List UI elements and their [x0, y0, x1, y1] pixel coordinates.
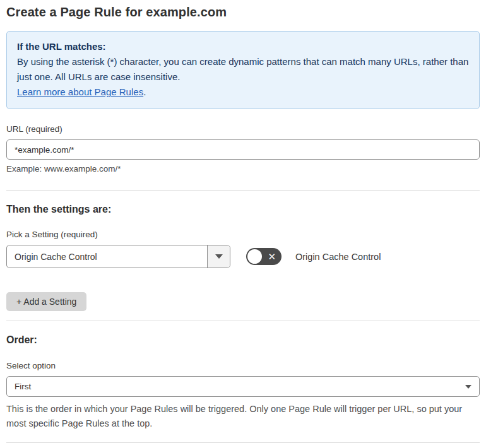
- order-section-heading: Order:: [6, 334, 480, 346]
- page-title: Create a Page Rule for example.com: [6, 5, 480, 20]
- url-match-info-box: If the URL matches: By using the asteris…: [6, 31, 480, 109]
- info-box-body: By using the asterisk (*) character, you…: [17, 54, 469, 85]
- chevron-down-icon: [465, 385, 471, 389]
- order-select-label: Select option: [6, 361, 480, 370]
- url-field-helper: Example: www.example.com/*: [6, 164, 480, 174]
- setting-select-value: Origin Cache Control: [7, 245, 207, 268]
- setting-select-arrow-button[interactable]: [207, 245, 230, 268]
- order-select[interactable]: First: [6, 376, 480, 397]
- toggle-knob: [247, 249, 262, 264]
- divider: [6, 442, 480, 443]
- url-input[interactable]: [6, 139, 480, 160]
- order-helper-text: This is the order in which your Page Rul…: [6, 402, 480, 431]
- setting-row: Origin Cache Control ✕ Origin Cache Cont…: [6, 245, 480, 268]
- create-page-rule-panel: Create a Page Rule for example.com If th…: [0, 0, 486, 448]
- info-box-heading: If the URL matches:: [17, 39, 469, 54]
- setting-select[interactable]: Origin Cache Control: [6, 245, 230, 268]
- divider: [6, 190, 480, 191]
- link-suffix: .: [143, 86, 146, 97]
- order-select-value: First: [15, 382, 465, 391]
- toggle-label: Origin Cache Control: [295, 252, 381, 262]
- origin-cache-control-toggle-group: ✕ Origin Cache Control: [246, 248, 381, 265]
- add-setting-button[interactable]: + Add a Setting: [6, 292, 86, 311]
- url-field-label: URL (required): [6, 124, 480, 134]
- learn-more-link[interactable]: Learn more about Page Rules: [17, 86, 143, 97]
- settings-section-heading: Then the settings are:: [6, 204, 480, 215]
- chevron-down-icon: [215, 254, 223, 259]
- toggle-off-x-icon: ✕: [268, 252, 276, 261]
- info-link-line: Learn more about Page Rules.: [17, 85, 469, 100]
- origin-cache-control-toggle[interactable]: ✕: [246, 248, 282, 265]
- pick-setting-label: Pick a Setting (required): [6, 230, 480, 239]
- divider: [6, 321, 480, 321]
